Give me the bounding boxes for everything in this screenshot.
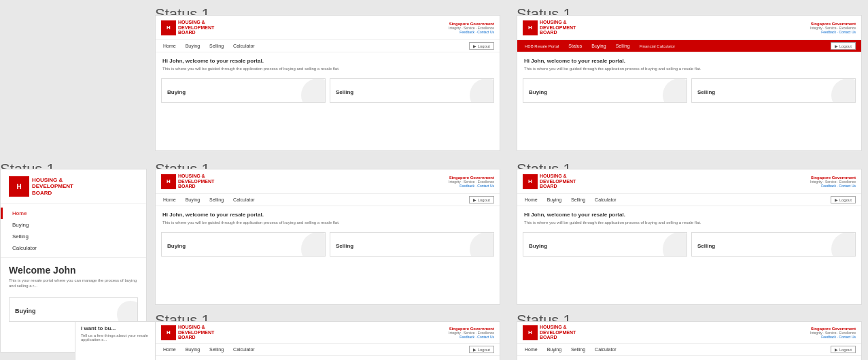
sidebar-nav-buying[interactable]: Buying <box>1 219 146 231</box>
hdb-logo-box-1: H HOUSING & DEVELOPMENT BOARD <box>161 20 214 35</box>
sg-gov-logo-1: Singapore Government Integrity · Service… <box>449 22 494 34</box>
selling-label-1: Selling <box>336 89 353 95</box>
nav-calculator-5[interactable]: Calculator <box>231 346 257 353</box>
header-bottom-right: H HOUSING & DEVELOPMENT BOARD Singapore … <box>517 322 861 344</box>
hdb-logo-box-3: H HOUSING & DEVELOPMENT BOARD <box>161 174 214 189</box>
hdb-icon-2: H <box>523 20 538 35</box>
sidebar-logo: H HOUSING & DEVELOPMENT BOARD <box>1 169 146 204</box>
nav-selling-4[interactable]: Selling <box>569 196 587 203</box>
nav-buying-4[interactable]: Buying <box>545 196 563 203</box>
panel-mid-right: H HOUSING & DEVELOPMENT BOARD Singapore … <box>517 169 862 305</box>
nav-hdb-portal[interactable]: HDB Resale Portal <box>523 43 561 50</box>
nav-calculator-6[interactable]: Calculator <box>593 346 619 353</box>
buying-card-1[interactable]: Buying <box>161 78 326 103</box>
nav-calculator-1[interactable]: Calculator <box>231 42 257 50</box>
sidebar-welcome-name: Welcome John This is your resale portal … <box>1 258 146 292</box>
nav-status[interactable]: Status <box>566 42 584 50</box>
nav-buying-5[interactable]: Buying <box>184 346 202 353</box>
selling-label-2: Selling <box>697 89 715 95</box>
nav-home-3[interactable]: Home <box>161 196 178 203</box>
logout-btn-6[interactable]: ▶ Logout <box>831 346 856 353</box>
header-bottom-center: H HOUSING & DEVELOPMENT BOARD Singapore … <box>156 322 500 344</box>
sg-gov-logo-2: Singapore Government Integrity · Service… <box>810 22 856 34</box>
welcome-title-4: Hi John, welcome to your resale portal. <box>524 212 854 218</box>
iwant-title: I want to bu... <box>81 325 150 331</box>
hdb-text-6: HOUSING & DEVELOPMENT BOARD <box>540 325 576 340</box>
welcome-section-2: Hi John, welcome to your resale portal. … <box>517 52 861 75</box>
nav-financial-calc[interactable]: Financial Calculator <box>638 43 678 50</box>
logout-btn-3[interactable]: ▶ Logout <box>469 196 494 203</box>
sidebar-buying-label: Buying <box>15 308 36 314</box>
nav-buying-red[interactable]: Buying <box>589 42 608 50</box>
hdb-logo-box-4: H HOUSING & DEVELOPMENT BOARD <box>523 174 576 189</box>
panel-bottom-center: H HOUSING & DEVELOPMENT BOARD Singapore … <box>155 321 500 360</box>
selling-card-3[interactable]: Selling <box>330 232 494 257</box>
nav-selling-1[interactable]: Selling <box>207 42 226 50</box>
sidebar-nav-selling[interactable]: Selling <box>1 231 146 242</box>
cards-row-1: Buying Selling <box>161 78 494 103</box>
nav-home-4[interactable]: Home <box>523 196 540 203</box>
cards-row-4: Buying Selling <box>523 232 856 257</box>
nav-home-1[interactable]: Home <box>161 42 178 50</box>
nav-selling-red[interactable]: Selling <box>614 42 632 50</box>
welcome-desc-4: This is where you will be guided through… <box>524 220 854 225</box>
header-top-right: H HOUSING & DEVELOPMENT BOARD Singapore … <box>517 16 861 40</box>
nav-top-mid: Home Buying Selling Calculator ▶ Logout <box>156 40 500 52</box>
hdb-text-1: HOUSING & DEVELOPMENT BOARD <box>178 20 214 35</box>
welcome-section-1: Hi John, welcome to your resale portal. … <box>156 52 500 75</box>
logout-btn-5[interactable]: ▶ Logout <box>469 346 494 353</box>
hdb-icon-1: H <box>161 20 176 35</box>
welcome-desc-1: This is where you will be guided through… <box>162 66 493 71</box>
buying-label-1: Buying <box>167 89 186 95</box>
nav-bottom-center: Home Buying Selling Calculator ▶ Logout <box>156 344 500 356</box>
nav-buying-3[interactable]: Buying <box>184 196 202 203</box>
iwant-section: I want to bu... Tell us a few things abo… <box>75 322 156 345</box>
panel-top-right: H HOUSING & DEVELOPMENT BOARD Singapore … <box>517 15 862 151</box>
hdb-icon-3: H <box>161 174 176 189</box>
logout-btn-2[interactable]: ▶ Logout <box>831 42 856 50</box>
hdb-text-5: HOUSING & DEVELOPMENT BOARD <box>178 325 214 340</box>
nav-buying-6[interactable]: Buying <box>545 346 563 353</box>
nav-top-right: HDB Resale Portal Status Buying Selling … <box>517 40 861 52</box>
nav-selling-3[interactable]: Selling <box>207 196 226 203</box>
logout-btn-1[interactable]: ▶ Logout <box>469 42 494 50</box>
sg-gov-logo-4: Singapore Government Integrity · Service… <box>810 176 856 188</box>
buying-card-4[interactable]: Buying <box>523 232 687 257</box>
nav-selling-6[interactable]: Selling <box>569 346 587 353</box>
buying-card-2[interactable]: Buying <box>523 78 687 103</box>
welcome-title-3: Hi John, welcome to your resale portal. <box>162 212 493 218</box>
nav-selling-5[interactable]: Selling <box>207 346 226 353</box>
welcome-section-4: Hi John, welcome to your resale portal. … <box>517 206 861 229</box>
header-top-mid: H HOUSING & DEVELOPMENT BOARD Singapore … <box>156 16 500 40</box>
hdb-icon-5: H <box>161 325 176 340</box>
header-mid-center: H HOUSING & DEVELOPMENT BOARD Singapore … <box>156 169 500 194</box>
hdb-icon-6: H <box>523 325 538 340</box>
hdb-text-2: HOUSING & DEVELOPMENT BOARD <box>540 20 576 35</box>
nav-home-5[interactable]: Home <box>161 346 178 353</box>
cards-row-3: Buying Selling <box>161 232 494 257</box>
nav-calculator-3[interactable]: Calculator <box>231 196 257 203</box>
panel-bottom-left: I want to bu... Tell us a few things abo… <box>75 321 156 360</box>
buying-label-4: Buying <box>529 243 547 249</box>
buying-label-3: Buying <box>167 243 186 249</box>
welcome-title-1: Hi John, welcome to your resale portal. <box>162 58 493 64</box>
sidebar-nav-calculator[interactable]: Calculator <box>1 242 146 254</box>
nav-calculator-4[interactable]: Calculator <box>593 196 619 203</box>
hdb-text-3: HOUSING & DEVELOPMENT BOARD <box>178 174 214 189</box>
nav-buying-1[interactable]: Buying <box>184 42 202 50</box>
hdb-icon-4: H <box>523 174 538 189</box>
panel-bottom-right: H HOUSING & DEVELOPMENT BOARD Singapore … <box>517 321 862 360</box>
nav-home-6[interactable]: Home <box>523 346 540 353</box>
selling-card-4[interactable]: Selling <box>691 232 856 257</box>
sidebar-nav-home[interactable]: Home <box>1 208 146 219</box>
selling-card-1[interactable]: Selling <box>330 78 494 103</box>
welcome-desc-3: This is where you will be guided through… <box>162 220 493 225</box>
iwant-desc: Tell us a few things about your resale a… <box>81 333 150 342</box>
sg-gov-logo-5: Singapore Government Integrity · Service… <box>449 327 494 339</box>
buying-card-3[interactable]: Buying <box>161 232 326 257</box>
sidebar-buying-card[interactable]: Buying <box>9 297 138 322</box>
cards-row-2: Buying Selling <box>523 78 856 103</box>
top-left-placeholder <box>0 0 155 155</box>
logout-btn-4[interactable]: ▶ Logout <box>831 196 856 203</box>
selling-card-2[interactable]: Selling <box>691 78 856 103</box>
